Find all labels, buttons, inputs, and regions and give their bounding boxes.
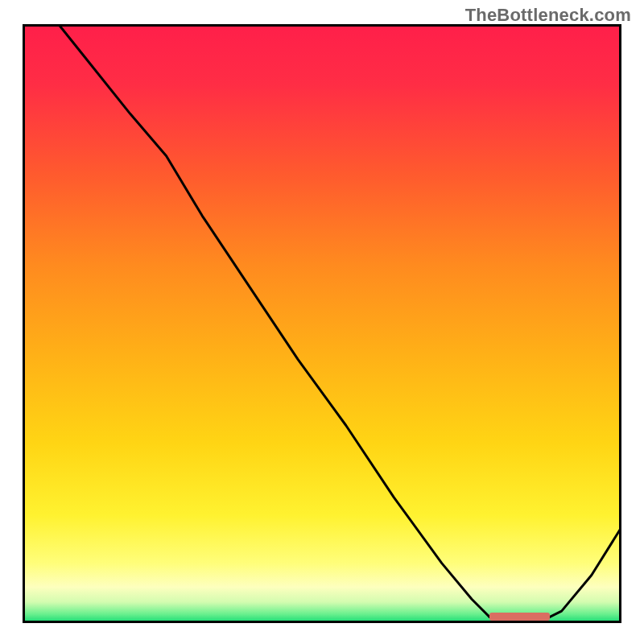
optimal-range-marker — [489, 613, 549, 621]
svg-rect-0 — [23, 24, 621, 623]
plot-area — [23, 24, 621, 623]
plot-outer — [23, 24, 621, 623]
watermark-text: TheBottleneck.com — [465, 5, 631, 26]
chart-root: TheBottleneck.com — [0, 0, 644, 644]
background-gradient — [23, 24, 621, 623]
